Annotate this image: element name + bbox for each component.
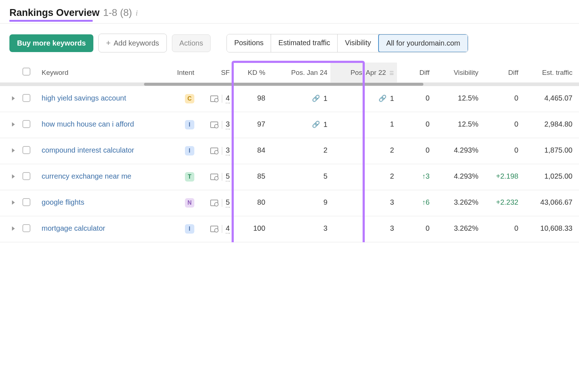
table-row: how much house can i affordI397🔗11012.5%… — [0, 112, 579, 138]
row-checkbox[interactable] — [22, 172, 30, 180]
row-checkbox[interactable] — [22, 224, 30, 232]
sf-cell[interactable]: 3 — [210, 146, 230, 155]
chevron-right-icon[interactable] — [12, 174, 15, 179]
sf-cell[interactable]: 4 — [210, 94, 230, 103]
col-keyword[interactable]: Keyword — [37, 63, 162, 83]
checkbox-icon[interactable] — [22, 68, 30, 76]
title-underline — [9, 20, 93, 22]
col-pos-jan24[interactable]: Pos. Jan 24 — [268, 63, 330, 83]
divider — [222, 147, 222, 155]
buy-keywords-button[interactable]: Buy more keywords — [9, 34, 93, 52]
plus-icon: + — [106, 38, 111, 48]
diff-value: +2.232 — [496, 198, 519, 206]
col-intent[interactable]: Intent — [162, 63, 197, 83]
est-traffic-value: 1,875.00 — [521, 138, 579, 164]
col-visibility[interactable]: Visibility — [432, 63, 481, 83]
col-select-all[interactable] — [20, 63, 37, 83]
position-cell: 2 — [333, 172, 394, 180]
info-icon[interactable]: i — [136, 8, 138, 18]
sf-cell[interactable]: 3 — [210, 120, 230, 129]
col-diff-pos[interactable]: Diff — [397, 63, 432, 83]
horizontal-scrollbar[interactable] — [0, 83, 579, 86]
keyword-link[interactable]: how much house can i afford — [42, 120, 134, 128]
tab-visibility[interactable]: Visibility — [338, 34, 379, 52]
sort-icon: ☰ — [389, 70, 394, 76]
diff-value: 0 — [426, 224, 430, 232]
chevron-right-icon[interactable] — [12, 200, 15, 205]
kd-value: 80 — [233, 190, 268, 216]
kd-value: 97 — [233, 112, 268, 138]
link-icon: 🔗 — [312, 94, 320, 102]
col-pos-apr22[interactable]: Pos. Apr 22 ☰ — [330, 63, 397, 83]
sf-count: 4 — [226, 224, 230, 234]
position-cell: 3 — [333, 224, 394, 233]
visibility-value: 12.5% — [432, 112, 481, 138]
diff-value: 0 — [426, 146, 430, 154]
divider — [222, 121, 222, 129]
table-row: currency exchange near meT58552↑34.293%+… — [0, 164, 579, 190]
diff-value: 0 — [426, 120, 430, 128]
col-diff-vis[interactable]: Diff — [481, 63, 521, 83]
col-kd[interactable]: KD % — [233, 63, 268, 83]
diff-value: 0 — [426, 94, 430, 102]
visibility-value: 4.293% — [432, 164, 481, 190]
col-sf[interactable]: SF — [197, 63, 233, 83]
est-traffic-value: 2,984.80 — [521, 112, 579, 138]
visibility-value: 12.5% — [432, 86, 481, 112]
sf-cell[interactable]: 5 — [210, 198, 230, 208]
add-keywords-button[interactable]: + Add keywords — [98, 34, 166, 52]
position-value: 5 — [324, 172, 327, 180]
est-traffic-value: 43,066.67 — [521, 190, 579, 216]
sf-count: 3 — [226, 120, 230, 129]
position-cell: 🔗1 — [271, 120, 327, 129]
position-cell: 9 — [271, 198, 327, 206]
row-checkbox[interactable] — [22, 198, 30, 206]
col-pos-apr22-label: Pos. Apr 22 — [350, 69, 386, 76]
intent-badge: T — [185, 172, 194, 182]
row-checkbox[interactable] — [22, 120, 30, 128]
add-keywords-label: Add keywords — [114, 39, 159, 47]
position-cell: 🔗1 — [271, 94, 327, 103]
chevron-right-icon[interactable] — [12, 122, 15, 127]
sf-count: 5 — [226, 198, 230, 208]
scrollbar-thumb[interactable] — [144, 83, 423, 86]
tab-estimated-traffic[interactable]: Estimated traffic — [271, 34, 338, 52]
position-value: 3 — [390, 198, 394, 206]
table-row: compound interest calculatorI3842204.293… — [0, 138, 579, 164]
keyword-link[interactable]: high yield savings account — [42, 94, 126, 102]
chevron-right-icon[interactable] — [12, 96, 15, 101]
position-value: 2 — [390, 172, 394, 180]
actions-button[interactable]: Actions — [172, 34, 211, 52]
keyword-link[interactable]: compound interest calculator — [42, 146, 134, 154]
table-row: google flightsN58093↑63.262%+2.23243,066… — [0, 190, 579, 216]
chevron-right-icon[interactable] — [12, 226, 15, 231]
keyword-link[interactable]: mortgage calculator — [42, 224, 105, 232]
position-value: 3 — [324, 224, 327, 233]
keyword-link[interactable]: currency exchange near me — [42, 172, 131, 180]
keyword-link[interactable]: google flights — [42, 198, 84, 206]
link-icon: 🔗 — [312, 120, 320, 128]
serp-features-icon — [210, 200, 218, 206]
kd-value: 98 — [233, 86, 268, 112]
sf-cell[interactable]: 4 — [210, 224, 230, 234]
chevron-right-icon[interactable] — [12, 148, 15, 153]
position-value: 3 — [390, 224, 394, 233]
sf-count: 3 — [226, 146, 230, 155]
serp-features-icon — [210, 122, 218, 128]
toolbar: Buy more keywords + Add keywords Actions… — [0, 24, 579, 63]
col-est-traffic[interactable]: Est. traffic — [521, 63, 579, 83]
serp-features-icon — [210, 148, 218, 154]
kd-value: 100 — [233, 216, 268, 242]
row-checkbox[interactable] — [22, 94, 30, 102]
diff-value: ↑3 — [422, 172, 430, 180]
tab-positions[interactable]: Positions — [227, 34, 271, 52]
diff-value: 0 — [514, 94, 518, 102]
row-checkbox[interactable] — [22, 146, 30, 154]
arrow-up-icon: ↑ — [422, 172, 426, 180]
tab-all-domain[interactable]: All for yourdomain.com — [378, 34, 468, 52]
serp-features-icon — [210, 174, 218, 180]
position-cell: 3 — [271, 224, 327, 233]
sf-cell[interactable]: 5 — [210, 172, 230, 182]
diff-value: 0 — [514, 120, 518, 128]
position-value: 2 — [324, 146, 327, 154]
